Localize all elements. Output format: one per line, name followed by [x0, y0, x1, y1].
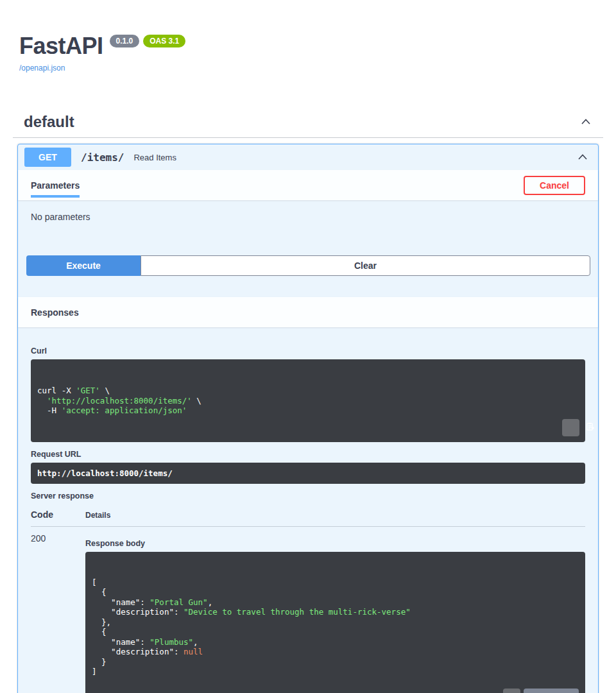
execute-wrapper: Execute Clear — [26, 255, 590, 276]
responses-band-title: Responses — [31, 307, 79, 318]
curl-code-block: curl -X 'GET' \ 'http://localhost:8000/i… — [31, 359, 585, 442]
tag-section-default: default GET /items/ Read Items — [13, 113, 603, 693]
server-response-label: Server response — [31, 492, 585, 501]
cancel-button[interactable]: Cancel — [524, 176, 585, 195]
tab-parameters[interactable]: Parameters — [31, 170, 80, 200]
collapse-operation-button[interactable] — [574, 151, 592, 164]
api-info: FastAPI 0.1.0 OAS 3.1 /openapi.json — [19, 35, 597, 73]
swagger-ui-page: FastAPI 0.1.0 OAS 3.1 /openapi.json defa… — [0, 0, 616, 693]
responses-inner: Curl curl -X 'GET' \ 'http://localhost:8… — [18, 327, 598, 693]
details-column-header: Details — [85, 511, 110, 520]
method-badge: GET — [24, 148, 71, 167]
live-response-table: Code Details 200 Response body [ { "name… — [31, 509, 585, 693]
tag-header[interactable]: default — [24, 113, 592, 131]
table-divider — [31, 526, 585, 527]
clear-button[interactable]: Clear — [141, 255, 590, 276]
request-url-value: http://localhost:8000/items/ — [31, 463, 585, 484]
responses-section-header: Responses — [18, 297, 598, 327]
opblock-get-items: GET /items/ Read Items Parameters Cancel — [17, 144, 599, 693]
operation-summary: Read Items — [133, 153, 176, 162]
parameters-tab-label: Parameters — [31, 180, 80, 191]
request-url-label: Request URL — [31, 450, 585, 459]
chevron-up-icon[interactable] — [579, 116, 592, 128]
status-code: 200 — [31, 533, 85, 693]
operation-path: /items/ — [81, 151, 124, 164]
curl-label: Curl — [31, 346, 585, 355]
chevron-up-icon — [576, 151, 589, 164]
download-button[interactable]: Download — [524, 689, 579, 693]
response-body-label: Response body — [85, 539, 585, 548]
no-parameters-text: No parameters — [18, 200, 598, 222]
response-row-200: 200 Response body [ { "name": "Portal Gu… — [31, 533, 585, 693]
clipboard-icon — [547, 412, 594, 443]
version-badge: 0.1.0 — [110, 35, 140, 47]
parameters-section-header: Parameters Cancel — [18, 170, 598, 200]
tag-divider — [13, 137, 603, 138]
opblock-summary[interactable]: GET /items/ Read Items — [18, 144, 598, 170]
copy-curl-button[interactable] — [562, 419, 579, 436]
copy-response-button[interactable] — [503, 689, 520, 693]
oas-badge: OAS 3.1 — [143, 35, 185, 47]
api-title: FastAPI — [19, 35, 103, 58]
response-body-code-block: [ { "name": "Portal Gun", "description":… — [85, 552, 585, 693]
code-column-header: Code — [31, 509, 85, 520]
openapi-spec-link[interactable]: /openapi.json — [19, 64, 65, 73]
tag-title: default — [24, 113, 74, 131]
execute-button[interactable]: Execute — [26, 255, 141, 276]
